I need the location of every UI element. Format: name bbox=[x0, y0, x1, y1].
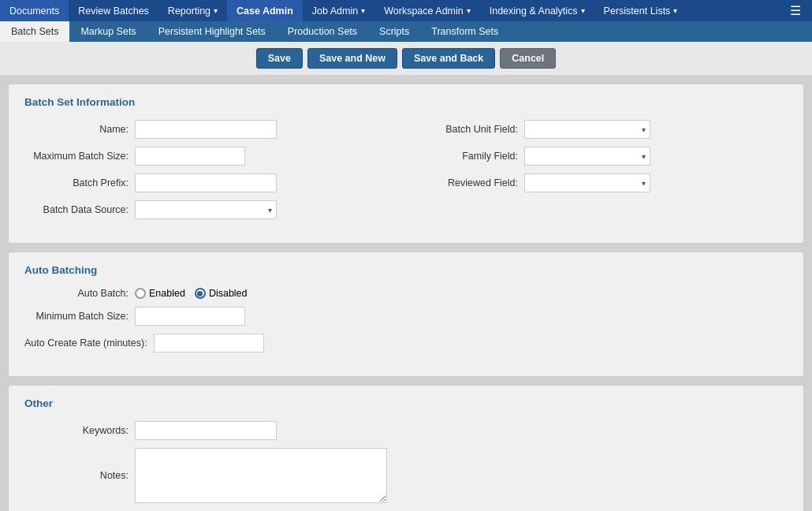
disabled-radio-label: Disabled bbox=[209, 288, 248, 299]
auto-batch-disabled-option[interactable]: Disabled bbox=[195, 288, 248, 299]
family-field-select[interactable] bbox=[524, 147, 650, 166]
top-nav: Documents Review Batches Reporting ▾ Cas… bbox=[0, 0, 812, 21]
sub-nav-persistent-highlight-sets[interactable]: Persistent Highlight Sets bbox=[147, 21, 277, 42]
sub-nav-markup-sets[interactable]: Markup Sets bbox=[69, 21, 147, 42]
form-toolbar: Save Save and New Save and Back Cancel bbox=[0, 42, 812, 76]
notes-row: Notes: bbox=[24, 448, 788, 503]
batch-prefix-label: Batch Prefix: bbox=[24, 177, 135, 188]
notes-textarea[interactable] bbox=[135, 448, 387, 503]
persistent-lists-arrow-icon: ▾ bbox=[673, 6, 677, 15]
auto-create-rate-label: Auto Create Rate (minutes): bbox=[24, 338, 154, 349]
family-field-row: Family Field: ▾ bbox=[414, 147, 788, 166]
name-row: Name: bbox=[24, 120, 398, 139]
max-batch-size-label: Maximum Batch Size: bbox=[24, 151, 135, 162]
auto-create-rate-input[interactable] bbox=[154, 334, 264, 352]
batch-data-source-wrapper: ▾ bbox=[135, 200, 277, 219]
nav-item-documents[interactable]: Documents bbox=[0, 0, 69, 21]
reviewed-field-row: Reviewed Field: ▾ bbox=[414, 173, 788, 192]
min-batch-size-label: Minimum Batch Size: bbox=[24, 311, 135, 322]
batch-set-info-columns: Name: Maximum Batch Size: Batch Prefix: … bbox=[24, 120, 788, 227]
batch-unit-field-label: Batch Unit Field: bbox=[414, 124, 524, 135]
batch-data-source-row: Batch Data Source: ▾ bbox=[24, 200, 398, 219]
enabled-radio-circle bbox=[135, 288, 146, 299]
auto-batching-section: Auto Batching Auto Batch: Enabled Disabl… bbox=[8, 252, 804, 377]
save-button[interactable]: Save bbox=[256, 48, 303, 69]
auto-batching-title: Auto Batching bbox=[24, 264, 788, 276]
min-batch-size-input[interactable] bbox=[135, 307, 245, 326]
sub-nav-batch-sets[interactable]: Batch Sets bbox=[0, 21, 69, 42]
hamburger-menu-icon[interactable]: ☰ bbox=[779, 0, 812, 21]
sub-nav-production-sets[interactable]: Production Sets bbox=[277, 21, 368, 42]
nav-item-workspace-admin[interactable]: Workspace Admin ▾ bbox=[374, 0, 480, 21]
name-input[interactable] bbox=[135, 120, 277, 139]
keywords-row: Keywords: bbox=[24, 421, 788, 440]
nav-item-persistent-lists[interactable]: Persistent Lists ▾ bbox=[594, 0, 687, 21]
workspace-admin-arrow-icon: ▾ bbox=[467, 6, 471, 15]
batch-set-info-section: Batch Set Information Name: Maximum Batc… bbox=[8, 84, 804, 244]
name-label: Name: bbox=[24, 124, 135, 135]
batch-prefix-row: Batch Prefix: bbox=[24, 173, 398, 192]
batch-data-source-select[interactable] bbox=[135, 200, 277, 219]
family-field-wrapper: ▾ bbox=[524, 147, 650, 166]
sub-nav: Batch Sets Markup Sets Persistent Highli… bbox=[0, 21, 812, 42]
keywords-input[interactable] bbox=[135, 421, 277, 440]
reviewed-field-label: Reviewed Field: bbox=[414, 177, 524, 188]
nav-item-review-batches[interactable]: Review Batches bbox=[69, 0, 158, 21]
max-batch-size-row: Maximum Batch Size: bbox=[24, 147, 398, 166]
save-and-new-button[interactable]: Save and New bbox=[307, 48, 397, 69]
batch-unit-field-select[interactable] bbox=[524, 120, 650, 139]
nav-item-case-admin[interactable]: Case Admin bbox=[227, 0, 303, 21]
family-field-label: Family Field: bbox=[414, 151, 524, 162]
auto-create-rate-row: Auto Create Rate (minutes): bbox=[24, 334, 788, 352]
auto-batch-row: Auto Batch: Enabled Disabled bbox=[24, 288, 788, 299]
reviewed-field-wrapper: ▾ bbox=[524, 173, 650, 192]
sub-nav-transform-sets[interactable]: Transform Sets bbox=[420, 21, 509, 42]
indexing-analytics-arrow-icon: ▾ bbox=[581, 6, 585, 15]
disabled-radio-circle bbox=[195, 288, 206, 299]
auto-batch-radio-group: Enabled Disabled bbox=[135, 288, 248, 299]
batch-set-left-col: Name: Maximum Batch Size: Batch Prefix: … bbox=[24, 120, 398, 227]
max-batch-size-input[interactable] bbox=[135, 147, 245, 166]
batch-unit-field-wrapper: ▾ bbox=[524, 120, 650, 139]
nav-item-job-admin[interactable]: Job Admin ▾ bbox=[303, 0, 374, 21]
auto-batch-label: Auto Batch: bbox=[24, 288, 135, 299]
batch-set-info-title: Batch Set Information bbox=[24, 96, 788, 108]
batch-unit-field-row: Batch Unit Field: ▾ bbox=[414, 120, 788, 139]
notes-label: Notes: bbox=[24, 470, 135, 481]
batch-data-source-label: Batch Data Source: bbox=[24, 204, 135, 215]
cancel-button[interactable]: Cancel bbox=[500, 48, 556, 69]
batch-set-right-col: Batch Unit Field: ▾ Family Field: bbox=[414, 120, 788, 227]
nav-item-indexing-analytics[interactable]: Indexing & Analytics ▾ bbox=[480, 0, 594, 21]
batch-prefix-input[interactable] bbox=[135, 173, 277, 192]
keywords-label: Keywords: bbox=[24, 425, 135, 436]
enabled-radio-label: Enabled bbox=[149, 288, 185, 299]
other-title: Other bbox=[24, 397, 788, 409]
min-batch-size-row: Minimum Batch Size: bbox=[24, 307, 788, 326]
main-content: Batch Set Information Name: Maximum Batc… bbox=[0, 76, 812, 511]
save-and-back-button[interactable]: Save and Back bbox=[402, 48, 495, 69]
auto-batch-enabled-option[interactable]: Enabled bbox=[135, 288, 185, 299]
job-admin-arrow-icon: ▾ bbox=[361, 6, 365, 15]
other-section: Other Keywords: Notes: bbox=[8, 385, 804, 511]
nav-item-reporting[interactable]: Reporting ▾ bbox=[158, 0, 227, 21]
sub-nav-scripts[interactable]: Scripts bbox=[368, 21, 420, 42]
reviewed-field-select[interactable] bbox=[524, 173, 650, 192]
reporting-arrow-icon: ▾ bbox=[214, 6, 218, 15]
